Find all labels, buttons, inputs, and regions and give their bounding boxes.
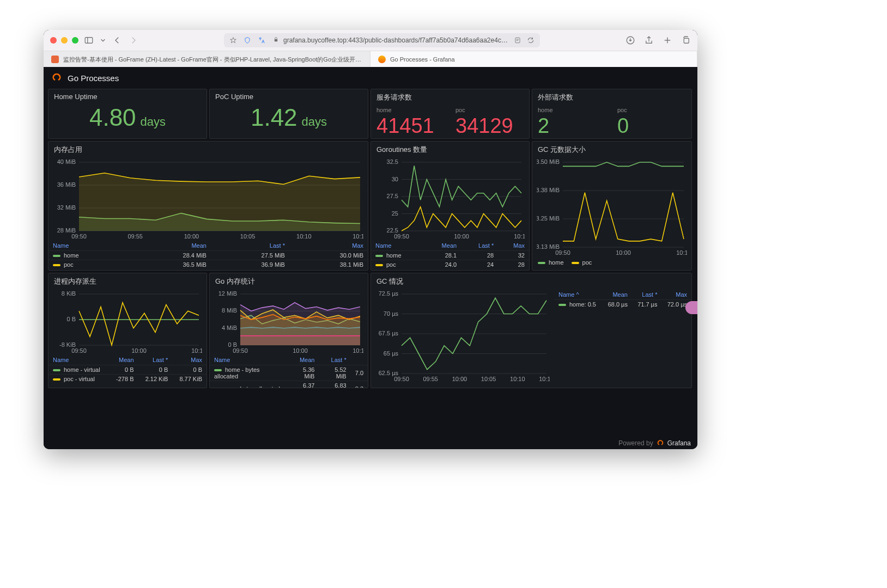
panel-mem-delta[interactable]: 进程内存派生 8 KiB0 B-8 KiB09:5010:0010:10 Nam…	[48, 273, 207, 388]
favicon-icon	[378, 56, 386, 63]
tab-label: 监控告警-基本使用 - GoFrame (ZH)-Latest - GoFram…	[63, 56, 362, 64]
lock-icon	[273, 36, 279, 44]
panel-title: 内存占用	[48, 142, 368, 158]
tabs-icon[interactable]	[681, 35, 691, 45]
svg-text:12 MiB: 12 MiB	[218, 291, 237, 297]
svg-text:70 µs: 70 µs	[384, 310, 399, 317]
titlebar: grafana.buycoffee.top:4433/public-dashbo…	[44, 30, 697, 51]
panel-title: PoC Uptime	[210, 89, 368, 104]
legend-inline: home poc	[532, 257, 691, 268]
svg-text:09:50: 09:50	[71, 347, 87, 354]
close-window-button[interactable]	[50, 37, 57, 44]
dashboard-title: Go Processes	[68, 74, 119, 83]
window-controls	[50, 37, 78, 44]
forward-icon[interactable]	[129, 35, 138, 45]
legend-table[interactable]: NameMeanLast *home - bytes allocated5.36…	[210, 355, 368, 388]
svg-text:10:10: 10:10	[353, 347, 363, 354]
svg-text:09:55: 09:55	[127, 233, 143, 240]
svg-text:8 KiB: 8 KiB	[62, 291, 76, 297]
dashboard-header: Go Processes	[48, 67, 693, 89]
panel-go-memstats[interactable]: Go 内存统计 12 MiB8 MiB4 MiB0 B09:5010:0010:…	[209, 273, 368, 388]
reader-icon[interactable]	[514, 35, 521, 45]
svg-text:10:00: 10:00	[616, 249, 631, 256]
favicon-icon	[51, 56, 59, 63]
side-widget-icon[interactable]	[685, 301, 697, 314]
svg-text:25: 25	[392, 210, 398, 217]
downloads-icon[interactable]	[625, 35, 635, 45]
minimize-window-button[interactable]	[61, 37, 68, 44]
svg-text:09:50: 09:50	[394, 376, 409, 382]
panel-gc-status[interactable]: GC 情况 72.5 µs70 µs67.5 µs65 µs62.5 µs09:…	[370, 273, 692, 388]
star-icon[interactable]	[148, 35, 155, 45]
panel-title: 进程内存派生	[48, 273, 206, 290]
svg-rect-0	[85, 38, 93, 44]
bookmark-icon[interactable]	[229, 35, 237, 45]
footer: Powered by Grafana	[618, 439, 691, 447]
svg-text:32 MiB: 32 MiB	[57, 204, 76, 211]
panel-title: Home Uptime	[48, 89, 206, 104]
panel-title: 服务请求数	[371, 89, 529, 106]
svg-text:72.5 µs: 72.5 µs	[379, 291, 399, 297]
tab-bar: 监控告警-基本使用 - GoFrame (ZH)-Latest - GoFram…	[44, 51, 697, 68]
svg-text:10:10: 10:10	[676, 249, 687, 256]
svg-text:65 µs: 65 µs	[384, 350, 399, 357]
svg-text:10:10: 10:10	[510, 376, 525, 382]
svg-text:3.25 MiB: 3.25 MiB	[537, 215, 560, 222]
svg-text:36 MiB: 36 MiB	[57, 181, 76, 188]
sidebar-icon[interactable]	[84, 35, 94, 45]
svg-text:67.5 µs: 67.5 µs	[379, 330, 399, 336]
dashboard: Go Processes Home Uptime 4.80 days PoC U…	[44, 67, 697, 449]
panel-title: GC 情况	[371, 273, 691, 290]
svg-text:3.38 MiB: 3.38 MiB	[537, 187, 560, 193]
svg-rect-3	[275, 39, 278, 41]
svg-text:10:10: 10:10	[514, 233, 525, 240]
svg-text:32.5: 32.5	[387, 159, 398, 165]
panel-gc-meta[interactable]: GC 元数据大小 3.50 MiB3.38 MiB3.25 MiB3.13 Mi…	[532, 141, 692, 271]
svg-rect-10	[684, 38, 689, 43]
panel-grid: Home Uptime 4.80 days PoC Uptime 1.42 da…	[48, 89, 693, 445]
address-bar[interactable]: grafana.buycoffee.top:4433/public-dashbo…	[224, 33, 540, 47]
svg-text:10:15: 10:15	[353, 233, 363, 240]
panel-title: Go 内存统计	[210, 273, 368, 290]
svg-text:10:05: 10:05	[240, 233, 256, 240]
url-text: grafana.buycoffee.top:4433/public-dashbo…	[283, 36, 509, 44]
legend-table[interactable]: NameMeanLast *Maxhome28.12832poc24.02428	[371, 241, 529, 269]
share-icon[interactable]	[644, 35, 654, 45]
legend-table[interactable]: NameMeanLast *Maxhome28.4 MiB27.5 MiB30.…	[48, 241, 368, 269]
stat-value: 1.42 days	[210, 104, 368, 137]
svg-text:10:10: 10:10	[296, 233, 312, 240]
svg-text:09:50: 09:50	[233, 347, 248, 354]
legend-table[interactable]: Name ^MeanLast *Maxhome: 0.568.0 µs71.7 …	[554, 290, 691, 309]
shield-icon[interactable]	[244, 35, 251, 45]
svg-text:3.50 MiB: 3.50 MiB	[537, 159, 560, 165]
svg-text:0 B: 0 B	[66, 316, 76, 322]
svg-text:09:50: 09:50	[394, 233, 409, 240]
svg-text:10:05: 10:05	[481, 376, 496, 382]
svg-rect-4	[515, 38, 520, 42]
svg-text:09:50: 09:50	[71, 233, 87, 240]
svg-text:10:00: 10:00	[293, 347, 308, 354]
panel-memory-usage[interactable]: 内存占用 40 MiB36 MiB32 MiB28 MiB09:5009:551…	[48, 141, 368, 271]
tab-grafana[interactable]: Go Processes - Grafana	[370, 51, 697, 68]
svg-text:09:50: 09:50	[555, 249, 570, 256]
new-tab-icon[interactable]	[663, 35, 672, 45]
back-icon[interactable]	[112, 35, 122, 45]
panel-title: Goroutines 数量	[371, 142, 529, 158]
legend-table[interactable]: NameMeanLast *Maxhome - virtual0 B0 B0 B…	[48, 355, 206, 383]
svg-text:10:00: 10:00	[454, 233, 469, 240]
zoom-window-button[interactable]	[72, 37, 78, 44]
svg-text:10:00: 10:00	[131, 347, 147, 354]
panel-goroutines[interactable]: Goroutines 数量 32.53027.52522.509:5010:00…	[370, 141, 530, 271]
svg-text:10:10: 10:10	[191, 347, 202, 354]
panel-title: GC 元数据大小	[532, 142, 691, 158]
tab-goframe[interactable]: 监控告警-基本使用 - GoFrame (ZH)-Latest - GoFram…	[44, 51, 370, 68]
reload-icon[interactable]	[527, 35, 534, 45]
panel-poc-uptime[interactable]: PoC Uptime 1.42 days	[209, 89, 368, 139]
panel-home-uptime[interactable]: Home Uptime 4.80 days	[48, 89, 207, 139]
panel-service-requests[interactable]: 服务请求数 home41451 poc34129	[370, 89, 530, 139]
translate-icon[interactable]	[258, 35, 265, 45]
chevron-down-icon[interactable]	[100, 35, 106, 45]
panel-title: 外部请求数	[532, 89, 691, 106]
svg-text:40 MiB: 40 MiB	[57, 159, 76, 165]
panel-external-requests[interactable]: 外部请求数 home2 poc0	[532, 89, 692, 139]
